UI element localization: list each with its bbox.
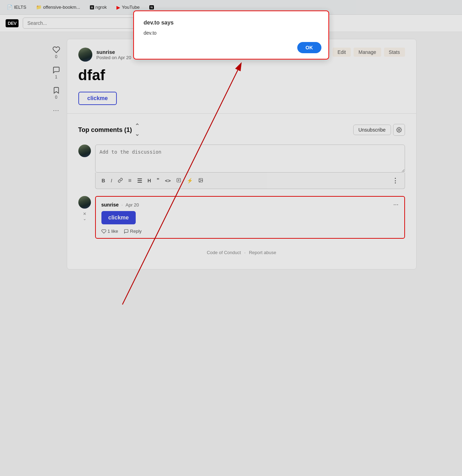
alert-title: dev.to says [144,20,319,26]
alert-ok-button[interactable]: OK [297,42,321,53]
alert-message: dev.to [144,30,319,36]
alert-overlay: dev.to says dev.to OK [0,0,462,276]
alert-dialog: dev.to says dev.to OK [133,10,329,59]
